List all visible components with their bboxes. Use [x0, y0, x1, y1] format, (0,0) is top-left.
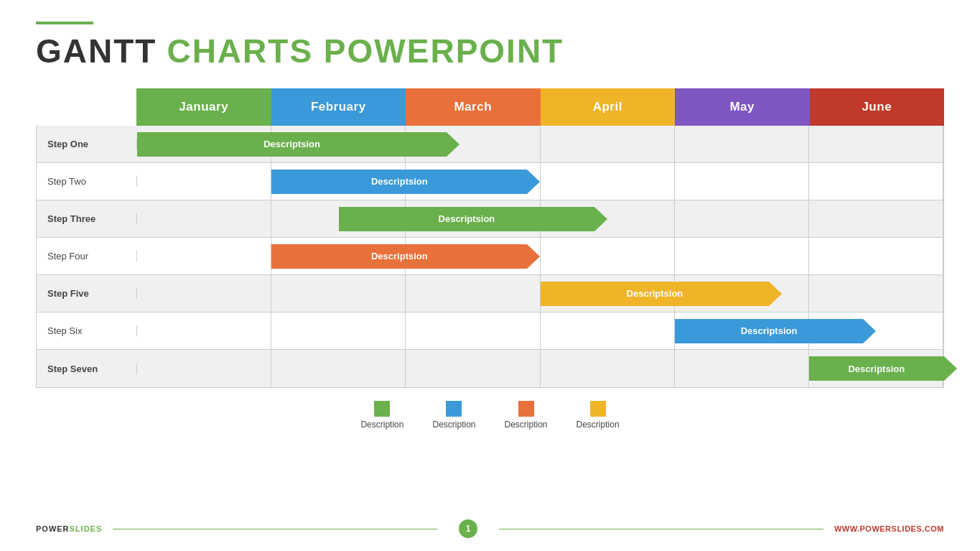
gantt-cell — [137, 275, 271, 312]
gantt-cell — [809, 126, 943, 162]
month-january: January — [136, 88, 271, 126]
row-label: Step Five — [37, 288, 137, 299]
footer-power: POWER — [36, 524, 70, 533]
gantt-cell — [541, 350, 675, 387]
month-february: February — [271, 88, 406, 126]
footer-center: 1 — [102, 519, 834, 538]
row-cells: Descriptsion — [137, 275, 943, 312]
gantt-cell — [137, 163, 271, 200]
gantt-cell — [675, 163, 809, 200]
gantt-header: January February March April May June — [136, 88, 944, 126]
footer-line-right — [499, 529, 823, 529]
footer: POWERSLIDES 1 WWW.POWERSLIDES.COM — [36, 519, 944, 538]
bar-body: Descriptsion — [339, 207, 594, 231]
gantt-row: Step ThreeDescriptsion — [37, 200, 943, 238]
legend-label: Description — [432, 420, 475, 430]
row-label: Step Two — [37, 176, 137, 187]
gantt-cell — [541, 312, 675, 349]
bar-body: Descriptsion — [541, 282, 770, 306]
gantt-bar: Descriptsion — [339, 207, 607, 231]
gantt-cell — [809, 163, 943, 200]
bar-body: Descriptsion — [675, 319, 864, 343]
gantt-row: Step FourDescriptsion — [37, 238, 943, 275]
legend-item: Description — [505, 401, 548, 430]
legend-color-box — [518, 401, 534, 417]
gantt-cell — [271, 350, 406, 387]
gantt-bar: Descriptsion — [541, 282, 783, 306]
month-march: March — [406, 88, 541, 126]
gantt-bar: Descriptsion — [809, 356, 957, 381]
gantt-cell — [137, 238, 271, 274]
gantt-row: Step TwoDescriptsion — [37, 163, 943, 200]
title-row: GANTT CHARTS POWERPOINT — [36, 32, 944, 70]
gantt-bar: Descriptsion — [271, 170, 540, 194]
gantt-cell — [809, 200, 943, 237]
footer-slides: SLIDES — [70, 524, 103, 533]
gantt-bar: Descriptsion — [675, 319, 877, 343]
row-cells: Descriptsion — [137, 238, 943, 274]
bar-arrow-tip — [769, 282, 782, 306]
legend-label: Description — [577, 420, 620, 430]
gantt-row: Step SixDescriptsion — [37, 312, 943, 350]
bar-body: Descriptsion — [809, 356, 944, 381]
legend-label: Description — [360, 420, 403, 430]
gantt-cell — [406, 275, 540, 312]
legend-label: Description — [505, 420, 548, 430]
gantt-chart: January February March April May June St… — [36, 88, 944, 388]
gantt-bar: Descriptsion — [271, 244, 540, 269]
row-label: Step Three — [37, 213, 137, 224]
title-gantt: GANTT — [36, 32, 157, 70]
gantt-cell — [675, 126, 809, 162]
row-label: Step Four — [37, 251, 137, 261]
gantt-cell — [406, 312, 540, 349]
gantt-cell — [809, 275, 943, 312]
gantt-cell — [137, 350, 271, 387]
row-cells: Descriptsion — [137, 312, 943, 349]
legend-color-box — [590, 401, 606, 417]
row-cells: Descriptsion — [137, 200, 943, 237]
row-label: Step One — [37, 139, 137, 149]
gantt-cell — [675, 238, 809, 274]
bar-arrow-tip — [594, 207, 607, 231]
footer-page-number: 1 — [459, 519, 477, 538]
legend-color-box — [446, 401, 462, 417]
gantt-cell — [137, 200, 271, 237]
legend: DescriptionDescriptionDescriptionDescrip… — [36, 401, 944, 430]
gantt-cell — [271, 275, 406, 312]
legend-item: Description — [360, 401, 403, 430]
gantt-cell — [137, 312, 271, 349]
bar-arrow-tip — [527, 170, 540, 194]
gantt-bar: Descriptsion — [137, 132, 459, 157]
gantt-cell — [406, 350, 540, 387]
gantt-row: Step FiveDescriptsion — [37, 275, 943, 312]
bar-body: Descriptsion — [137, 132, 447, 157]
bar-body: Descriptsion — [271, 244, 527, 269]
gantt-row: Step OneDescriptsion — [37, 126, 943, 163]
gantt-cell — [809, 238, 943, 274]
footer-brand: POWERSLIDES — [36, 524, 102, 533]
row-label: Step Six — [37, 325, 137, 336]
footer-url: WWW.POWERSLIDES.COM — [834, 524, 944, 533]
month-may: May — [675, 88, 810, 126]
row-label: Step Seven — [37, 364, 137, 374]
gantt-cell — [541, 163, 675, 200]
gantt-cell — [541, 238, 675, 274]
row-cells: Descriptsion — [137, 126, 943, 162]
gantt-row: Step SevenDescriptsion — [37, 350, 943, 387]
legend-color-box — [374, 401, 390, 417]
bar-arrow-tip — [447, 132, 459, 157]
legend-item: Description — [577, 401, 620, 430]
title-rest: CHARTS POWERPOINT — [167, 32, 564, 70]
slide: GANTT CHARTS POWERPOINT January February… — [0, 0, 980, 551]
gantt-cell — [675, 200, 809, 237]
bar-arrow-tip — [863, 319, 876, 343]
bar-arrow-tip — [944, 356, 957, 381]
month-june: June — [810, 88, 945, 126]
gantt-cell — [541, 126, 675, 162]
bar-body: Descriptsion — [271, 170, 527, 194]
title-accent — [36, 22, 93, 24]
month-april: April — [541, 88, 676, 126]
bar-arrow-tip — [527, 244, 540, 269]
gantt-body: Step OneDescriptsionStep TwoDescriptsion… — [36, 126, 944, 388]
row-cells: Descriptsion — [137, 163, 943, 200]
